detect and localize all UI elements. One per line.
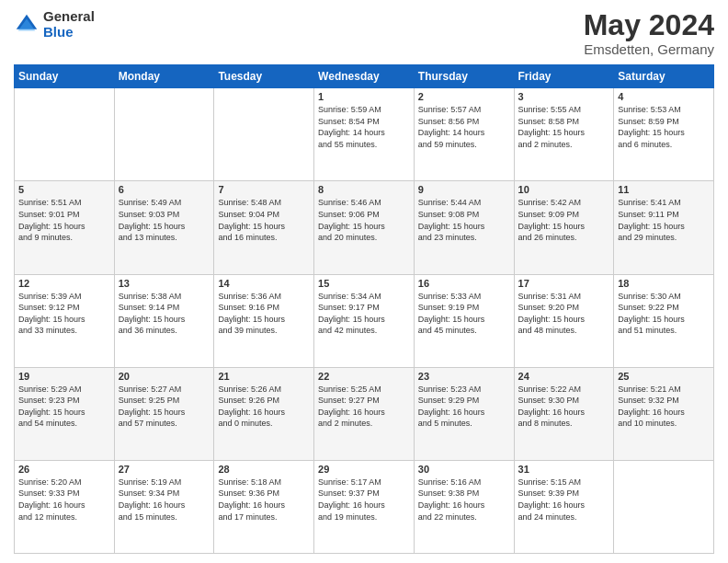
calendar-body: 1Sunrise: 5:59 AM Sunset: 8:54 PM Daylig… (15, 88, 714, 554)
day-number: 5 (18, 184, 110, 195)
calendar-cell: 1Sunrise: 5:59 AM Sunset: 8:54 PM Daylig… (314, 88, 415, 181)
calendar-cell: 11Sunrise: 5:41 AM Sunset: 9:11 PM Dayli… (614, 181, 714, 274)
calendar-cell: 17Sunrise: 5:31 AM Sunset: 9:20 PM Dayli… (514, 274, 614, 367)
day-info: Sunrise: 5:21 AM Sunset: 9:32 PM Dayligh… (618, 384, 710, 430)
calendar-cell: 16Sunrise: 5:33 AM Sunset: 9:19 PM Dayli… (414, 274, 514, 367)
logo: General Blue (14, 9, 95, 40)
day-info: Sunrise: 5:59 AM Sunset: 8:54 PM Dayligh… (318, 104, 410, 150)
day-number: 14 (218, 278, 310, 289)
calendar-cell (15, 88, 115, 181)
logo-text: General Blue (43, 9, 95, 40)
calendar-cell: 21Sunrise: 5:26 AM Sunset: 9:26 PM Dayli… (214, 367, 314, 460)
day-info: Sunrise: 5:31 AM Sunset: 9:20 PM Dayligh… (518, 291, 610, 337)
calendar-cell: 27Sunrise: 5:19 AM Sunset: 9:34 PM Dayli… (114, 460, 214, 553)
calendar-cell: 12Sunrise: 5:39 AM Sunset: 9:12 PM Dayli… (15, 274, 115, 367)
day-number: 19 (18, 371, 110, 382)
calendar-cell: 28Sunrise: 5:18 AM Sunset: 9:36 PM Dayli… (214, 460, 314, 553)
day-number: 1 (318, 91, 410, 102)
day-number: 25 (618, 371, 710, 382)
title-month: May 2024 (584, 9, 714, 41)
calendar-cell: 8Sunrise: 5:46 AM Sunset: 9:06 PM Daylig… (314, 181, 415, 274)
calendar-cell: 5Sunrise: 5:51 AM Sunset: 9:01 PM Daylig… (15, 181, 115, 274)
day-number: 29 (318, 464, 410, 475)
day-info: Sunrise: 5:49 AM Sunset: 9:03 PM Dayligh… (119, 197, 210, 243)
col-tuesday: Tuesday (214, 65, 314, 88)
calendar-cell: 22Sunrise: 5:25 AM Sunset: 9:27 PM Dayli… (314, 367, 415, 460)
day-info: Sunrise: 5:23 AM Sunset: 9:29 PM Dayligh… (418, 384, 510, 430)
day-number: 31 (518, 464, 610, 475)
title-location: Emsdetten, Germany (584, 41, 714, 57)
day-number: 2 (418, 91, 510, 102)
calendar-cell: 20Sunrise: 5:27 AM Sunset: 9:25 PM Dayli… (114, 367, 214, 460)
day-info: Sunrise: 5:44 AM Sunset: 9:08 PM Dayligh… (418, 197, 510, 243)
day-number: 26 (18, 464, 110, 475)
day-number: 20 (119, 371, 210, 382)
calendar-cell (614, 460, 714, 553)
calendar-cell (114, 88, 214, 181)
logo-general: General (43, 9, 95, 25)
day-info: Sunrise: 5:48 AM Sunset: 9:04 PM Dayligh… (218, 197, 310, 243)
day-number: 22 (318, 371, 410, 382)
calendar-cell: 6Sunrise: 5:49 AM Sunset: 9:03 PM Daylig… (114, 181, 214, 274)
day-number: 30 (418, 464, 510, 475)
col-sunday: Sunday (15, 65, 115, 88)
title-block: May 2024 Emsdetten, Germany (584, 9, 714, 57)
day-info: Sunrise: 5:55 AM Sunset: 8:58 PM Dayligh… (518, 104, 610, 150)
calendar-cell: 25Sunrise: 5:21 AM Sunset: 9:32 PM Dayli… (614, 367, 714, 460)
logo-icon (14, 12, 40, 38)
day-info: Sunrise: 5:57 AM Sunset: 8:56 PM Dayligh… (418, 104, 510, 150)
col-thursday: Thursday (414, 65, 514, 88)
day-info: Sunrise: 5:46 AM Sunset: 9:06 PM Dayligh… (318, 197, 410, 243)
day-info: Sunrise: 5:19 AM Sunset: 9:34 PM Dayligh… (119, 477, 210, 523)
calendar-cell: 4Sunrise: 5:53 AM Sunset: 8:59 PM Daylig… (614, 88, 714, 181)
day-info: Sunrise: 5:16 AM Sunset: 9:38 PM Dayligh… (418, 477, 510, 523)
day-number: 28 (218, 464, 310, 475)
calendar-cell: 24Sunrise: 5:22 AM Sunset: 9:30 PM Dayli… (514, 367, 614, 460)
col-wednesday: Wednesday (314, 65, 415, 88)
day-info: Sunrise: 5:17 AM Sunset: 9:37 PM Dayligh… (318, 477, 410, 523)
calendar-header: Sunday Monday Tuesday Wednesday Thursday… (15, 65, 714, 88)
day-info: Sunrise: 5:53 AM Sunset: 8:59 PM Dayligh… (618, 104, 710, 150)
day-number: 13 (119, 278, 210, 289)
calendar-cell: 2Sunrise: 5:57 AM Sunset: 8:56 PM Daylig… (414, 88, 514, 181)
calendar-cell: 13Sunrise: 5:38 AM Sunset: 9:14 PM Dayli… (114, 274, 214, 367)
day-info: Sunrise: 5:39 AM Sunset: 9:12 PM Dayligh… (18, 291, 110, 337)
calendar-cell: 18Sunrise: 5:30 AM Sunset: 9:22 PM Dayli… (614, 274, 714, 367)
col-saturday: Saturday (614, 65, 714, 88)
calendar-week-2: 5Sunrise: 5:51 AM Sunset: 9:01 PM Daylig… (15, 181, 714, 274)
calendar-cell: 14Sunrise: 5:36 AM Sunset: 9:16 PM Dayli… (214, 274, 314, 367)
day-number: 21 (218, 371, 310, 382)
day-info: Sunrise: 5:26 AM Sunset: 9:26 PM Dayligh… (218, 384, 310, 430)
day-number: 10 (518, 184, 610, 195)
calendar-cell: 29Sunrise: 5:17 AM Sunset: 9:37 PM Dayli… (314, 460, 415, 553)
header-row: Sunday Monday Tuesday Wednesday Thursday… (15, 65, 714, 88)
day-info: Sunrise: 5:29 AM Sunset: 9:23 PM Dayligh… (18, 384, 110, 430)
day-number: 7 (218, 184, 310, 195)
day-number: 4 (618, 91, 710, 102)
calendar-cell: 9Sunrise: 5:44 AM Sunset: 9:08 PM Daylig… (414, 181, 514, 274)
day-info: Sunrise: 5:15 AM Sunset: 9:39 PM Dayligh… (518, 477, 610, 523)
calendar-cell: 31Sunrise: 5:15 AM Sunset: 9:39 PM Dayli… (514, 460, 614, 553)
day-number: 16 (418, 278, 510, 289)
calendar-cell: 10Sunrise: 5:42 AM Sunset: 9:09 PM Dayli… (514, 181, 614, 274)
day-info: Sunrise: 5:25 AM Sunset: 9:27 PM Dayligh… (318, 384, 410, 430)
day-number: 27 (119, 464, 210, 475)
day-info: Sunrise: 5:18 AM Sunset: 9:36 PM Dayligh… (218, 477, 310, 523)
calendar-cell: 23Sunrise: 5:23 AM Sunset: 9:29 PM Dayli… (414, 367, 514, 460)
calendar-cell: 26Sunrise: 5:20 AM Sunset: 9:33 PM Dayli… (15, 460, 115, 553)
day-info: Sunrise: 5:41 AM Sunset: 9:11 PM Dayligh… (618, 197, 710, 243)
day-number: 18 (618, 278, 710, 289)
day-info: Sunrise: 5:38 AM Sunset: 9:14 PM Dayligh… (119, 291, 210, 337)
day-number: 17 (518, 278, 610, 289)
calendar-cell: 15Sunrise: 5:34 AM Sunset: 9:17 PM Dayli… (314, 274, 415, 367)
day-info: Sunrise: 5:36 AM Sunset: 9:16 PM Dayligh… (218, 291, 310, 337)
calendar-cell: 3Sunrise: 5:55 AM Sunset: 8:58 PM Daylig… (514, 88, 614, 181)
day-number: 12 (18, 278, 110, 289)
col-monday: Monday (114, 65, 214, 88)
day-info: Sunrise: 5:30 AM Sunset: 9:22 PM Dayligh… (618, 291, 710, 337)
calendar-week-1: 1Sunrise: 5:59 AM Sunset: 8:54 PM Daylig… (15, 88, 714, 181)
day-number: 6 (119, 184, 210, 195)
day-info: Sunrise: 5:20 AM Sunset: 9:33 PM Dayligh… (18, 477, 110, 523)
day-info: Sunrise: 5:27 AM Sunset: 9:25 PM Dayligh… (119, 384, 210, 430)
col-friday: Friday (514, 65, 614, 88)
